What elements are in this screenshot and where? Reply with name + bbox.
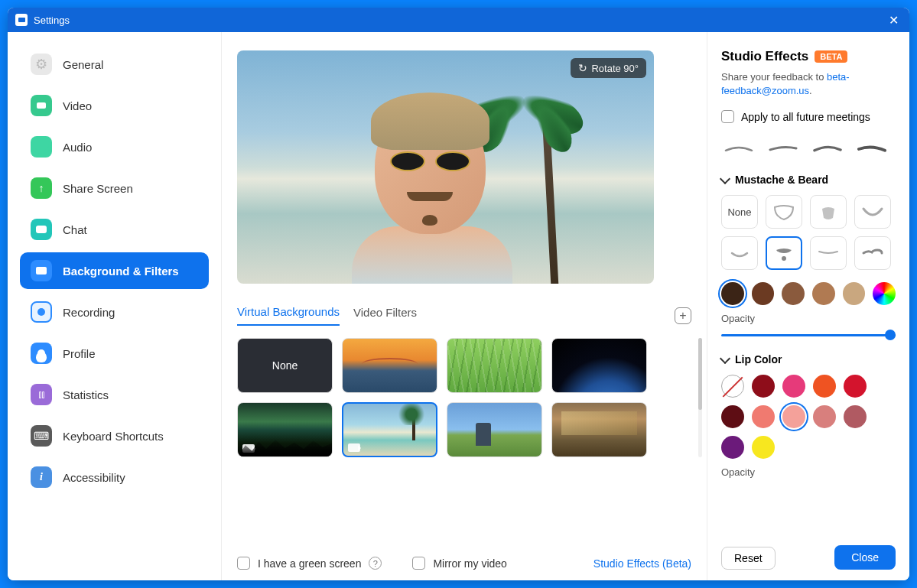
mirror-label: Mirror my video bbox=[433, 557, 506, 570]
tab-virtual-backgrounds[interactable]: Virtual Backgrounds bbox=[237, 305, 340, 326]
apply-all-label: Apply to all future meetings bbox=[741, 111, 870, 123]
opacity-label: Opacity bbox=[721, 313, 896, 324]
reset-button[interactable]: Reset bbox=[721, 547, 776, 570]
person-graphic bbox=[344, 93, 520, 284]
apply-all-checkbox[interactable] bbox=[721, 110, 734, 123]
sidebar-item-label: Background & Filters bbox=[63, 265, 179, 278]
lip-color-swatch[interactable] bbox=[721, 436, 744, 459]
eyebrow-option-3[interactable] bbox=[810, 137, 845, 160]
lip-color-swatch[interactable] bbox=[721, 405, 744, 428]
beard-option-6[interactable] bbox=[810, 236, 847, 270]
beard-color-swatch[interactable] bbox=[782, 282, 805, 305]
video-preview: Rotate 90° bbox=[237, 50, 654, 284]
close-icon[interactable]: ✕ bbox=[886, 10, 902, 31]
opacity-slider[interactable] bbox=[721, 329, 896, 341]
beard-option-7[interactable] bbox=[854, 236, 891, 270]
green-screen-checkbox[interactable] bbox=[237, 557, 250, 570]
help-icon[interactable]: ? bbox=[369, 557, 382, 570]
lip-color-swatch[interactable] bbox=[813, 405, 836, 428]
titlebar[interactable]: Settings ✕ bbox=[8, 8, 909, 32]
beard-option-none[interactable]: None bbox=[721, 195, 758, 229]
sidebar-item-label: Profile bbox=[63, 347, 96, 360]
studio-effects-link[interactable]: Studio Effects (Beta) bbox=[593, 557, 691, 570]
sidebar-item-statistics[interactable]: Statistics bbox=[20, 376, 209, 413]
close-button[interactable]: Close bbox=[834, 545, 896, 570]
slider-thumb[interactable] bbox=[885, 330, 896, 340]
background-tile-none[interactable]: None bbox=[237, 338, 333, 393]
beard-grid: None bbox=[721, 195, 896, 270]
sidebar-item-background-filters[interactable]: Background & Filters bbox=[20, 252, 209, 289]
lip-color-swatch[interactable] bbox=[813, 375, 836, 398]
sidebar-item-label: Chat bbox=[63, 223, 87, 236]
bottom-options: I have a green screen ? Mirror my video … bbox=[237, 543, 691, 570]
svg-point-0 bbox=[782, 256, 786, 261]
lip-color-none[interactable] bbox=[721, 375, 744, 398]
lip-color-swatch[interactable] bbox=[752, 375, 775, 398]
background-tile-earth[interactable] bbox=[551, 338, 647, 393]
share-icon bbox=[31, 177, 52, 199]
background-tile-grass[interactable] bbox=[447, 338, 542, 393]
sidebar-item-keyboard-shortcuts[interactable]: Keyboard Shortcuts bbox=[20, 417, 209, 454]
eyebrow-option-1[interactable] bbox=[721, 137, 756, 160]
main-panel: Rotate 90° Virtual Backgrounds Video Fil… bbox=[222, 32, 707, 580]
beard-option-4[interactable] bbox=[721, 236, 758, 270]
beard-option-1[interactable] bbox=[766, 195, 802, 229]
video-indicator-icon bbox=[242, 444, 255, 453]
sidebar: General Video Audio Share Screen Chat Ba… bbox=[8, 32, 222, 580]
feedback-text: Share your feedback to beta-feedback@zoo… bbox=[721, 70, 896, 98]
tab-video-filters[interactable]: Video Filters bbox=[353, 306, 417, 325]
beard-color-swatch[interactable] bbox=[752, 282, 775, 305]
scrollbar[interactable] bbox=[698, 338, 702, 457]
lip-section-title: Lip Color bbox=[735, 353, 782, 365]
rotate-label: Rotate 90° bbox=[591, 63, 639, 74]
profile-icon bbox=[31, 343, 52, 364]
studio-header: Studio Effects BETA bbox=[721, 49, 896, 64]
rotate-button[interactable]: Rotate 90° bbox=[571, 58, 646, 78]
sidebar-item-chat[interactable]: Chat bbox=[20, 211, 209, 248]
sidebar-item-audio[interactable]: Audio bbox=[20, 128, 209, 165]
apply-row: Apply to all future meetings bbox=[721, 110, 896, 123]
tab-bar: Virtual Backgrounds Video Filters + bbox=[237, 305, 691, 326]
lip-color-swatch[interactable] bbox=[844, 375, 867, 398]
lip-color-swatch[interactable] bbox=[752, 405, 775, 428]
eyebrow-option-2[interactable] bbox=[766, 137, 801, 160]
beard-color-swatch[interactable] bbox=[721, 282, 744, 305]
add-background-button[interactable]: + bbox=[675, 307, 691, 324]
statistics-icon bbox=[31, 384, 52, 405]
sidebar-item-label: Recording bbox=[63, 306, 115, 319]
mirror-checkbox[interactable] bbox=[412, 557, 425, 570]
lip-section-header[interactable]: Lip Color bbox=[721, 353, 896, 365]
sidebar-item-share-screen[interactable]: Share Screen bbox=[20, 170, 209, 206]
background-tile-bridge[interactable] bbox=[342, 338, 437, 393]
sidebar-item-label: Video bbox=[63, 99, 92, 112]
green-screen-label: I have a green screen bbox=[258, 557, 361, 570]
sidebar-item-recording[interactable]: Recording bbox=[20, 294, 209, 330]
beard-option-3[interactable] bbox=[854, 195, 891, 229]
sidebar-item-label: Statistics bbox=[63, 388, 109, 401]
sidebar-item-accessibility[interactable]: Accessibility bbox=[20, 459, 209, 495]
beard-option-2[interactable] bbox=[810, 195, 847, 229]
sidebar-item-general[interactable]: General bbox=[20, 46, 209, 83]
sidebar-item-label: Keyboard Shortcuts bbox=[63, 430, 164, 443]
right-footer: Reset Close bbox=[721, 539, 896, 570]
lip-color-swatch[interactable] bbox=[782, 375, 805, 398]
eyebrow-option-4[interactable] bbox=[854, 137, 889, 160]
background-tile-animation[interactable] bbox=[447, 402, 542, 457]
background-tile-aurora[interactable] bbox=[237, 402, 333, 457]
lip-color-swatch[interactable] bbox=[844, 405, 867, 428]
settings-window: Settings ✕ General Video Audio Share Scr… bbox=[8, 8, 909, 580]
beard-color-wheel[interactable] bbox=[873, 282, 896, 305]
lip-color-swatch[interactable] bbox=[782, 405, 805, 428]
lip-color-swatch[interactable] bbox=[752, 436, 775, 459]
studio-title: Studio Effects bbox=[721, 49, 808, 64]
beard-color-swatch[interactable] bbox=[843, 282, 866, 305]
background-tile-beach[interactable] bbox=[342, 402, 437, 457]
sidebar-item-profile[interactable]: Profile bbox=[20, 335, 209, 372]
mustache-section-header[interactable]: Mustache & Beard bbox=[721, 174, 896, 186]
sidebar-item-video[interactable]: Video bbox=[20, 87, 209, 124]
beard-color-swatch[interactable] bbox=[812, 282, 835, 305]
beard-option-5[interactable] bbox=[766, 236, 802, 270]
sidebar-item-label: Share Screen bbox=[63, 182, 133, 195]
background-tile-room[interactable] bbox=[551, 402, 647, 457]
studio-effects-panel: Studio Effects BETA Share your feedback … bbox=[707, 32, 909, 580]
